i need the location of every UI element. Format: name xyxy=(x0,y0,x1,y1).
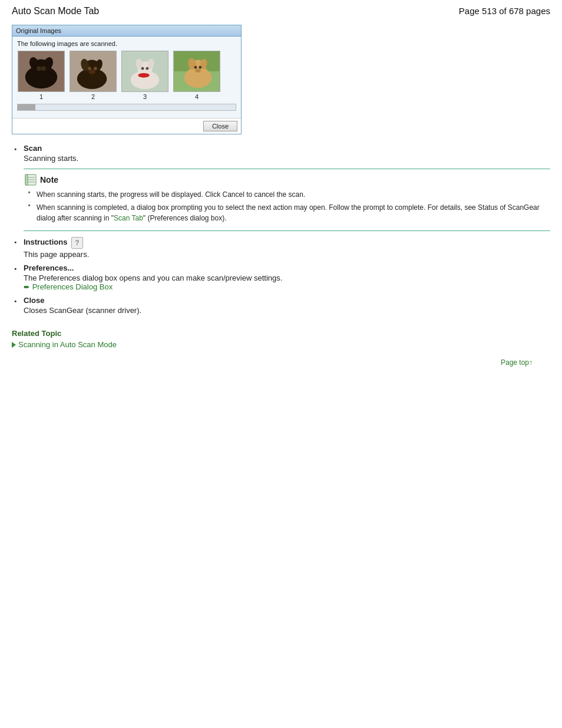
page-top: Page top↑ xyxy=(12,358,550,367)
preferences-title: Preferences... xyxy=(24,263,74,272)
page-title: Auto Scan Mode Tab xyxy=(12,6,99,17)
triangle-icon xyxy=(12,342,16,348)
page-top-link[interactable]: Page top↑ xyxy=(501,358,533,367)
page-header: Auto Scan Mode Tab Page 513 of 678 pages xyxy=(12,6,550,17)
svg-point-22 xyxy=(146,67,148,70)
related-topic-title: Related Topic xyxy=(12,329,550,338)
thumbnail-2: 2 xyxy=(69,51,117,100)
svg-rect-33 xyxy=(25,174,28,185)
close-title: Close xyxy=(24,296,44,305)
section-close: Close Closes ScanGear (scanner driver). xyxy=(24,296,550,315)
thumbnail-3: 3 xyxy=(121,51,169,100)
section-instructions: Instructions ? This page appears. xyxy=(24,237,550,259)
scan-desc: Scanning starts. xyxy=(24,154,550,163)
note-items: When scanning starts, the progress will … xyxy=(28,189,550,223)
dialog-footer: Close xyxy=(12,118,241,134)
svg-point-5 xyxy=(37,66,41,71)
instructions-desc: This page appears. xyxy=(24,250,550,259)
svg-point-29 xyxy=(194,66,197,69)
help-icon: ? xyxy=(71,237,83,249)
close-desc: Closes ScanGear (scanner driver). xyxy=(24,306,550,315)
close-dialog-button[interactable]: Close xyxy=(203,121,237,131)
thumb-img-4 xyxy=(173,51,220,92)
preferences-desc: The Preferences dialog box opens and you… xyxy=(24,274,550,291)
thumb-num-3: 3 xyxy=(143,93,147,100)
svg-point-14 xyxy=(88,70,95,74)
page-number: Page 513 of 678 pages xyxy=(459,6,550,16)
scan-title: Scan xyxy=(24,144,42,153)
note-header: Note xyxy=(24,174,550,186)
note-item-1: When scanning starts, the progress will … xyxy=(28,189,550,200)
note-item-2: When scanning is completed, a dialog box… xyxy=(28,202,550,223)
thumb-num-2: 2 xyxy=(91,93,95,100)
thumb-num-1: 1 xyxy=(39,93,43,100)
thumb-num-4: 4 xyxy=(195,93,199,100)
svg-point-13 xyxy=(94,67,97,70)
thumb-img-1 xyxy=(18,51,65,92)
thumb-img-3 xyxy=(121,51,168,92)
dialog-title: Original Images xyxy=(16,27,61,34)
related-topic-link[interactable]: Scanning in Auto Scan Mode xyxy=(12,340,550,349)
svg-point-12 xyxy=(88,67,91,70)
note-title: Note xyxy=(40,175,58,185)
dialog-subtitle: The following images are scanned. xyxy=(17,40,236,47)
thumbnail-1: 1 xyxy=(17,51,65,100)
note-book-icon xyxy=(24,174,38,186)
note-box: Note When scanning starts, the progress … xyxy=(24,169,550,231)
svg-point-30 xyxy=(199,66,201,69)
svg-point-21 xyxy=(141,67,144,70)
section-preferences: Preferences... The Preferences dialog bo… xyxy=(24,263,550,291)
thumb-img-2 xyxy=(70,51,117,92)
svg-point-6 xyxy=(41,66,46,71)
instructions-title: Instructions ? xyxy=(24,238,83,246)
svg-point-31 xyxy=(195,69,201,73)
scan-tab-link[interactable]: Scan Tab xyxy=(114,214,143,222)
thumbnails-row: 1 2 xyxy=(17,51,236,100)
section-scan: Scan Scanning starts. Note xyxy=(24,144,550,231)
thumbnail-4: 4 xyxy=(173,51,221,100)
original-images-dialog: Original Images The following images are… xyxy=(12,25,242,134)
dialog-scrollbar[interactable] xyxy=(17,104,236,111)
scrollbar-thumb xyxy=(18,104,35,110)
preferences-dialog-link[interactable]: Preferences Dialog Box xyxy=(24,282,113,291)
dialog-titlebar: Original Images xyxy=(12,25,241,37)
svg-point-20 xyxy=(138,73,149,78)
related-topic: Related Topic Scanning in Auto Scan Mode xyxy=(12,329,550,349)
section-list: Scan Scanning starts. Note xyxy=(24,144,550,315)
dialog-content: The following images are scanned. 1 xyxy=(12,37,241,118)
